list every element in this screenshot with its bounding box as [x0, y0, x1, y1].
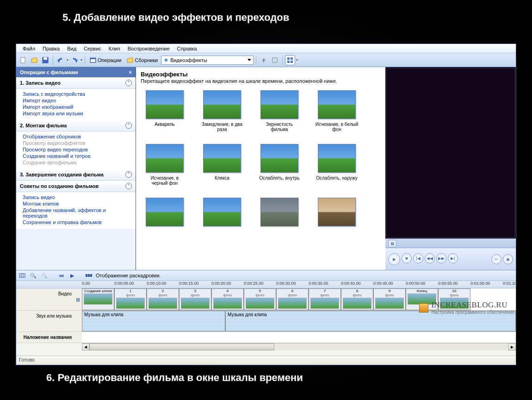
effect-item[interactable] [257, 198, 302, 229]
prev-button[interactable]: |◀ [413, 253, 423, 263]
effect-item[interactable] [142, 198, 187, 229]
video-clip[interactable]: 4фото [211, 288, 244, 310]
effect-thumbnail [318, 144, 356, 173]
video-clip[interactable]: 1фото [114, 288, 147, 310]
zoom-out-icon[interactable]: 🔍 [40, 271, 49, 280]
chevron-down-icon: ˅ [125, 171, 132, 178]
time-ruler[interactable]: 0.000:00:05.000:00:10.000:00:15.000:00:2… [16, 281, 516, 288]
effect-item[interactable]: Ослаблять, наружу [315, 144, 359, 186]
effect-label: Акварель [155, 122, 175, 127]
effect-thumbnail [203, 198, 241, 226]
menu-file[interactable]: Файл [19, 45, 39, 52]
effect-thumbnail [203, 90, 241, 119]
link-show-collections[interactable]: Отображение сборников [23, 134, 129, 139]
effect-thumbnail [318, 198, 356, 226]
effect-item[interactable]: Исчезание, в черный фон [142, 144, 187, 186]
svg-rect-6 [272, 58, 277, 62]
menu-clip[interactable]: Клип [105, 45, 124, 52]
undo-button[interactable] [56, 55, 66, 65]
task-section-finish[interactable]: 3. Завершение создания фильма˅ [16, 169, 136, 181]
effect-item[interactable]: Замедление, в два раза [200, 90, 244, 132]
view-button[interactable] [285, 55, 295, 65]
close-icon[interactable]: × [129, 69, 132, 75]
effect-item[interactable]: Зернистость фильма [257, 90, 302, 132]
forward-button[interactable]: ▶▶ [436, 253, 446, 263]
audio-clip[interactable]: Музыка для клипа [82, 311, 225, 331]
storyboard-icon[interactable] [85, 271, 93, 280]
play-timeline-button[interactable]: ▶ [68, 271, 76, 280]
effect-item[interactable]: Акварель [142, 90, 187, 132]
menu-play[interactable]: Воспроизведение [124, 45, 173, 52]
storyboard-label[interactable]: Отображение раскадровки. [96, 273, 161, 278]
link-tip-capture[interactable]: Запись видео [23, 194, 129, 200]
menu-edit[interactable]: Правка [39, 45, 63, 52]
timeline-view-icon[interactable] [18, 271, 26, 280]
menu-view[interactable]: Вид [63, 45, 80, 52]
video-clip[interactable]: 5фото [244, 288, 276, 310]
link-import-audio[interactable]: Импорт звука или музыки [23, 111, 129, 116]
properties-button[interactable] [270, 55, 280, 65]
title-track[interactable] [82, 332, 516, 343]
scroll-right-icon[interactable]: ▶ [508, 344, 516, 350]
effect-item[interactable] [315, 198, 359, 229]
link-tip-save[interactable]: Сохранение и отправка фильмов [23, 219, 129, 225]
open-button[interactable] [29, 55, 39, 65]
menu-tools[interactable]: Сервис [80, 45, 105, 52]
link-import-images[interactable]: Импорт изображений [23, 104, 129, 110]
link-capture-device[interactable]: Запись с видеоустройства [23, 91, 129, 97]
chevron-up-icon: ˄ [125, 80, 132, 86]
video-clip[interactable]: Создание клипа [82, 288, 114, 310]
link-make-titles[interactable]: Создание названий и титров [23, 153, 129, 159]
svg-rect-16 [90, 274, 92, 277]
scrollbar-thumb[interactable] [89, 344, 274, 350]
effect-label: Исчезание, в белый фон [315, 122, 359, 132]
save-button[interactable] [40, 55, 50, 65]
audio-track-label: Звук или музыка [16, 311, 82, 331]
video-clip[interactable]: 9фото [373, 288, 406, 310]
application-window: Файл Правка Вид Сервис Клип Воспроизведе… [16, 44, 516, 365]
next-button[interactable]: ▶| [448, 253, 458, 263]
link-tip-titles[interactable]: Добавление названий, эффектов и переходо… [23, 207, 129, 219]
effect-item[interactable] [200, 198, 244, 229]
split-button[interactable]: ▦ [388, 240, 396, 247]
play-button[interactable]: ▶ [388, 253, 400, 265]
svg-rect-7 [287, 57, 290, 60]
effect-thumbnail [260, 198, 298, 226]
link-view-effects: Просмотр видеоэффектов [23, 140, 129, 146]
zoom-in-icon[interactable]: 🔍 [29, 271, 37, 280]
stop-button[interactable]: ■ [402, 253, 412, 263]
task-section-tips[interactable]: Советы по созданию фильмов˄ [16, 181, 136, 192]
effect-item[interactable]: Клякса [200, 144, 244, 186]
collections-button[interactable]: Сборники [124, 56, 160, 64]
video-clip[interactable]: 8фото [341, 288, 373, 310]
task-section-capture[interactable]: 1. Запись видео˄ [16, 77, 136, 89]
rewind-timeline-button[interactable]: ⏮ [57, 271, 65, 280]
link-view-transitions[interactable]: Просмотр видео переходов [23, 147, 129, 152]
effect-thumbnail [146, 144, 184, 173]
effect-label: Зернистость фильма [257, 122, 302, 132]
video-clip[interactable]: 2фото [147, 288, 179, 310]
expand-track-icon[interactable]: ⊞ [76, 296, 80, 302]
effect-item[interactable]: Ослаблять, внутрь [257, 144, 302, 186]
new-button[interactable] [18, 55, 28, 65]
snapshot-button[interactable]: ◉ [503, 254, 513, 264]
taskpane-header: Операции с фильмами × [16, 67, 136, 77]
task-section-edit[interactable]: 2. Монтаж фильма˄ [16, 120, 136, 131]
redo-button[interactable] [69, 55, 80, 65]
link-tip-edit[interactable]: Монтаж клипов [23, 201, 129, 206]
nav-up-button[interactable] [259, 55, 269, 65]
link-import-video[interactable]: Импорт видео [23, 98, 129, 103]
collection-select[interactable]: Видеоэффекты [161, 56, 254, 65]
tasks-button[interactable]: Операции [87, 56, 124, 64]
video-clip[interactable]: 6фото [276, 288, 309, 310]
video-clip[interactable]: 7фото [309, 288, 341, 310]
rewind-button[interactable]: ◀◀ [425, 253, 435, 263]
horizontal-scrollbar[interactable]: ◀ ▶ [82, 343, 516, 350]
effect-item[interactable]: Исчезание, в белый фон [315, 90, 359, 132]
menu-help[interactable]: Справка [173, 45, 201, 52]
effect-label: Исчезание, в черный фон [142, 175, 187, 186]
video-clip[interactable]: 3фото [179, 288, 211, 310]
watermark: INCREASEBLOG.RU Настройка программного о… [419, 301, 514, 315]
split-clip-button[interactable]: ✂ [491, 254, 501, 264]
scroll-left-icon[interactable]: ◀ [82, 344, 89, 350]
